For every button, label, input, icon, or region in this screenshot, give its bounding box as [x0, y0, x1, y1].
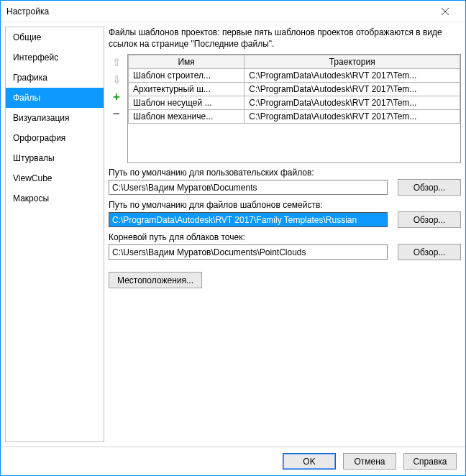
sidebar-item-visualization[interactable]: Визуализация — [6, 108, 104, 128]
minus-icon: − — [113, 108, 120, 120]
point-clouds-path-group: Корневой путь для облаков точек: Обзор..… — [109, 232, 461, 260]
user-files-input[interactable] — [109, 180, 388, 195]
close-button[interactable] — [431, 1, 460, 22]
sidebar-item-label: Орфография — [13, 133, 65, 143]
move-down-button[interactable]: ⇩ — [109, 71, 124, 87]
sidebar-item-label: ViewCube — [13, 173, 52, 183]
remove-template-button[interactable]: − — [109, 106, 124, 122]
sidebar: Общие Интерфейс Графика Файлы Визуализац… — [5, 27, 104, 442]
family-templates-input[interactable] — [109, 212, 388, 227]
cell-name: Шаблон механиче... — [129, 110, 245, 124]
sidebar-item-spelling[interactable]: Орфография — [6, 128, 104, 148]
cell-path: C:\ProgramData\Autodesk\RVT 2017\Tem... — [245, 110, 460, 124]
table-header-row: Имя Траектория — [129, 55, 460, 69]
table-row[interactable]: Шаблон несущей ... C:\ProgramData\Autode… — [129, 96, 460, 110]
sidebar-item-label: Штурвалы — [13, 153, 55, 163]
templates-area: ⇧ ⇩ + − Имя Траектория Шабло — [109, 54, 461, 163]
sidebar-item-viewcube[interactable]: ViewCube — [6, 168, 104, 188]
ok-button[interactable]: OK — [283, 453, 336, 470]
family-templates-label: Путь по умолчанию для файлов шаблонов се… — [109, 200, 461, 210]
family-templates-path-group: Путь по умолчанию для файлов шаблонов се… — [109, 200, 461, 228]
cancel-button[interactable]: Отмена — [343, 453, 396, 470]
user-files-label: Путь по умолчанию для пользовательских ф… — [109, 168, 461, 178]
cell-name: Шаблон строител... — [129, 69, 245, 83]
table-row[interactable]: Архитектурный ш... C:\ProgramData\Autode… — [129, 83, 460, 96]
move-up-button[interactable]: ⇧ — [109, 54, 124, 70]
sidebar-item-interface[interactable]: Интерфейс — [6, 47, 104, 68]
add-template-button[interactable]: + — [109, 88, 124, 104]
help-button[interactable]: Справка — [403, 453, 457, 470]
templates-table[interactable]: Имя Траектория Шаблон строител... C:\Pro… — [127, 54, 461, 163]
point-clouds-browse-button[interactable]: Обзор... — [398, 244, 461, 260]
footer: OK Отмена Справка — [1, 447, 465, 475]
sidebar-item-label: Макросы — [13, 193, 49, 203]
point-clouds-input[interactable] — [109, 244, 388, 260]
sidebar-item-graphics[interactable]: Графика — [6, 68, 104, 88]
sidebar-item-label: Графика — [13, 73, 47, 83]
point-clouds-label: Корневой путь для облаков точек: — [109, 232, 461, 242]
col-header-name[interactable]: Имя — [129, 55, 245, 69]
cell-path: C:\ProgramData\Autodesk\RVT 2017\Tem... — [245, 69, 460, 83]
sidebar-item-steering[interactable]: Штурвалы — [6, 148, 104, 168]
sidebar-item-label: Интерфейс — [13, 52, 58, 63]
plus-icon: + — [113, 91, 120, 103]
arrow-down-icon: ⇩ — [112, 74, 122, 85]
cell-name: Шаблон несущей ... — [129, 96, 245, 110]
col-header-path[interactable]: Траектория — [245, 55, 460, 69]
window-title: Настройка — [6, 6, 49, 17]
reorder-toolbar: ⇧ ⇩ + − — [109, 54, 124, 163]
arrow-up-icon: ⇧ — [112, 57, 122, 68]
family-templates-browse-button[interactable]: Обзор... — [398, 211, 461, 228]
templates-description: Файлы шаблонов проектов: первые пять шаб… — [109, 27, 461, 50]
user-files-browse-button[interactable]: Обзор... — [398, 179, 461, 196]
close-icon — [442, 8, 449, 15]
titlebar: Настройка — [1, 1, 465, 22]
cell-name: Архитектурный ш... — [129, 83, 245, 96]
table-row[interactable]: Шаблон механиче... C:\ProgramData\Autode… — [129, 110, 460, 124]
sidebar-item-label: Общие — [13, 32, 41, 42]
sidebar-item-label: Визуализация — [13, 113, 70, 123]
content-pane: Файлы шаблонов проектов: первые пять шаб… — [109, 27, 461, 442]
sidebar-item-general[interactable]: Общие — [6, 27, 104, 47]
table-row[interactable]: Шаблон строител... C:\ProgramData\Autode… — [129, 69, 460, 83]
cell-path: C:\ProgramData\Autodesk\RVT 2017\Tem... — [245, 83, 460, 96]
sidebar-item-files[interactable]: Файлы — [6, 88, 104, 108]
cell-path: C:\ProgramData\Autodesk\RVT 2017\Tem... — [245, 96, 460, 110]
user-files-path-group: Путь по умолчанию для пользовательских ф… — [109, 168, 461, 196]
sidebar-item-label: Файлы — [13, 93, 40, 103]
locations-button[interactable]: Местоположения... — [109, 272, 202, 288]
sidebar-item-macros[interactable]: Макросы — [6, 188, 104, 209]
